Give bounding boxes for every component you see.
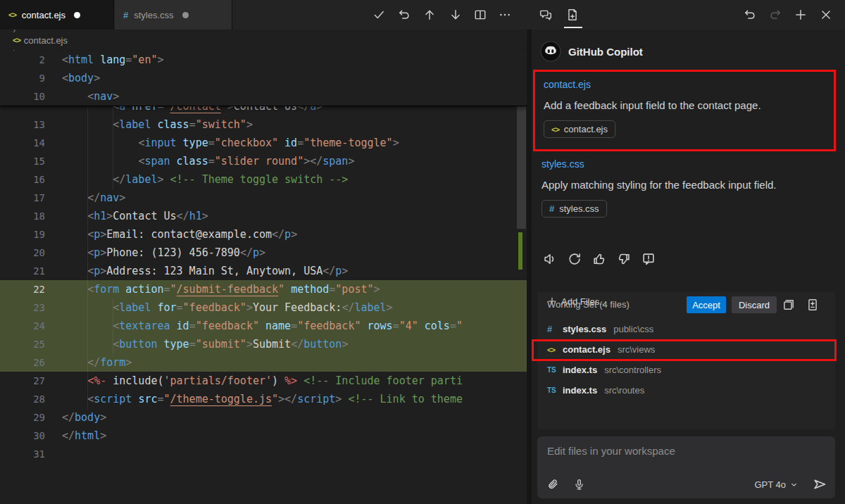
code-editor: src › views › <>contact.ejs › html › bod… (0, 30, 527, 504)
line-content: <p>Address: 123 Main St, Anytown, USA</p… (45, 262, 348, 280)
modified-dot-icon[interactable] (182, 12, 189, 18)
code-line-16[interactable]: 16 </label> <!-- Theme toggle switch --> (0, 170, 527, 189)
line-content: <label for="feedback">Your Feedback:</la… (45, 298, 393, 317)
line-number: 16 (0, 170, 45, 189)
code-line-29[interactable]: 29</body> (0, 408, 527, 427)
copilot-header: GitHub Copilot (540, 41, 643, 62)
comments-icon[interactable] (539, 8, 552, 21)
split-editor-icon[interactable] (474, 8, 487, 21)
file-chip-contact-ejs[interactable]: <> contact.ejs (544, 120, 615, 138)
working-set-file-styles-css[interactable]: #styles.csspublic\css (537, 319, 835, 339)
breadcrumb-separator: › (13, 30, 15, 35)
line-number: 24 (0, 317, 45, 335)
code-line-10[interactable]: 10 <nav> (0, 87, 527, 106)
discard-icon[interactable] (398, 8, 411, 21)
line-number: 22 (0, 280, 45, 298)
line-content: <h1>Contact Us</h1> (45, 207, 208, 225)
line-content: <script src="/theme-toggle.js"></script>… (45, 390, 463, 408)
code-line-17[interactable]: 17 </nav> (0, 189, 527, 207)
undo-icon[interactable] (744, 8, 756, 21)
indent-guide (113, 298, 113, 353)
retry-icon[interactable] (568, 252, 582, 266)
file-chip-styles-css[interactable]: # styles.css (542, 200, 607, 218)
css-file-icon: # (123, 10, 128, 20)
code-line-26[interactable]: 26 </form> (0, 353, 527, 372)
new-session-icon[interactable] (794, 8, 807, 21)
mic-icon[interactable] (573, 479, 585, 491)
code-line-28[interactable]: 28 <script src="/theme-toggle.js"></scri… (0, 390, 527, 408)
line-number: 30 (0, 427, 45, 445)
indent-guide (87, 107, 88, 410)
modified-dot-icon[interactable] (74, 12, 80, 18)
code-line-13[interactable]: 13 <label class="switch"> (0, 115, 527, 134)
working-set: Working Set (4 files) Accept Discard #st… (537, 292, 835, 429)
code-line-27[interactable]: 27 <%- include('partials/footer') %> <!-… (0, 372, 527, 390)
line-content: </label> <!-- Theme toggle switch --> (45, 170, 348, 189)
code-line-22[interactable]: 22 <form action="/submit-feedback" metho… (0, 280, 527, 298)
file-path: src\controllers (604, 365, 661, 375)
line-number: 14 (0, 134, 45, 152)
model-picker[interactable]: GPT 4o (754, 479, 799, 490)
copilot-edits-icon[interactable] (566, 8, 579, 21)
code-line-15[interactable]: 15 <span class="slider round"></span> (0, 152, 527, 170)
line-number: 26 (0, 353, 45, 372)
code-line-2[interactable]: 2<html lang="en"> (0, 51, 527, 69)
working-set-file-contact-ejs[interactable]: <>contact.ejssrc\views (537, 339, 835, 360)
code-line-23[interactable]: 23 <label for="feedback">Your Feedback:<… (0, 298, 527, 317)
partially-scrolled-line: <a href="/contact">Contact Us</a> (0, 106, 527, 115)
request-message: Add a feedback input field to the contac… (544, 99, 825, 111)
code-line-31[interactable]: 31 (0, 445, 527, 463)
file-name: index.ts (563, 365, 597, 375)
tab-contact-ejs[interactable]: <> contact.ejs (0, 0, 114, 30)
more-actions-icon[interactable] (499, 8, 511, 21)
close-icon[interactable] (820, 8, 832, 21)
copilot-edits-panel: GitHub Copilot contact.ejs Add a feedbac… (532, 30, 845, 504)
send-icon[interactable] (813, 477, 827, 491)
ts-file-icon: TS (547, 366, 563, 374)
working-set-file-index-ts[interactable]: TSindex.tssrc\controllers (537, 360, 835, 380)
read-aloud-icon[interactable] (543, 252, 557, 266)
code-line-9[interactable]: 9<body> (0, 69, 527, 87)
working-set-header: Working Set (4 files) (547, 296, 630, 313)
line-number: 21 (0, 262, 45, 280)
report-issue-icon[interactable] (641, 252, 656, 266)
working-set-file-index-ts[interactable]: TSindex.tssrc\routes (537, 380, 835, 401)
check-icon[interactable] (373, 8, 385, 21)
attach-icon[interactable] (547, 479, 559, 491)
previous-change-icon[interactable] (423, 8, 436, 21)
code-line-14[interactable]: 14 <input type="checkbox" id="theme-togg… (0, 134, 527, 152)
code-line-24[interactable]: 24 <textarea id="feedback" name="feedbac… (0, 317, 527, 335)
breadcrumb-item-contact-ejs[interactable]: <>contact.ejs (13, 35, 68, 46)
code-line-19[interactable]: 19 <p>Email: contact@example.com</p> (0, 225, 527, 244)
redo-icon[interactable] (769, 8, 782, 21)
thumbs-down-icon[interactable] (617, 252, 631, 266)
code-line-21[interactable]: 21 <p>Address: 123 Main St, Anytown, USA… (0, 262, 527, 280)
line-content: <span class="slider round"></span> (45, 152, 354, 170)
save-all-icon[interactable] (782, 298, 795, 311)
chat-input[interactable]: Edit files in your workspace GPT 4o (537, 436, 835, 498)
code-line-25[interactable]: 25 <button type="submit">Submit</button> (0, 335, 527, 353)
thumbs-up-icon[interactable] (592, 252, 606, 266)
scrollbar-thumb[interactable] (517, 100, 526, 229)
discard-button[interactable]: Discard (732, 296, 777, 313)
indent-guide (113, 107, 113, 190)
code-line-18[interactable]: 18 <h1>Contact Us</h1> (0, 207, 527, 225)
copilot-logo-icon (540, 41, 561, 62)
code-line-20[interactable]: 20 <p>Phone: (123) 456-7890</p> (0, 244, 527, 262)
file-path: src\routes (604, 385, 644, 396)
line-content (45, 445, 62, 463)
code-line-partial[interactable]: <a href="/contact">Contact Us</a> (0, 106, 527, 115)
accept-button[interactable]: Accept (687, 296, 726, 313)
code-line-30[interactable]: 30</html> (0, 427, 527, 445)
tab-styles-css[interactable]: # styles.css (115, 0, 232, 30)
file-link[interactable]: styles.css (542, 158, 584, 170)
chat-input-toolbar: GPT 4o (547, 477, 827, 491)
next-change-icon[interactable] (449, 8, 462, 21)
file-path: src\views (618, 344, 655, 355)
file-diff-icon[interactable] (806, 298, 819, 311)
file-link[interactable]: contact.ejs (544, 79, 591, 90)
response-actions (543, 252, 656, 266)
file-path: public\css (613, 324, 653, 334)
chip-label: styles.css (559, 203, 599, 214)
line-content: <nav> (45, 87, 119, 106)
